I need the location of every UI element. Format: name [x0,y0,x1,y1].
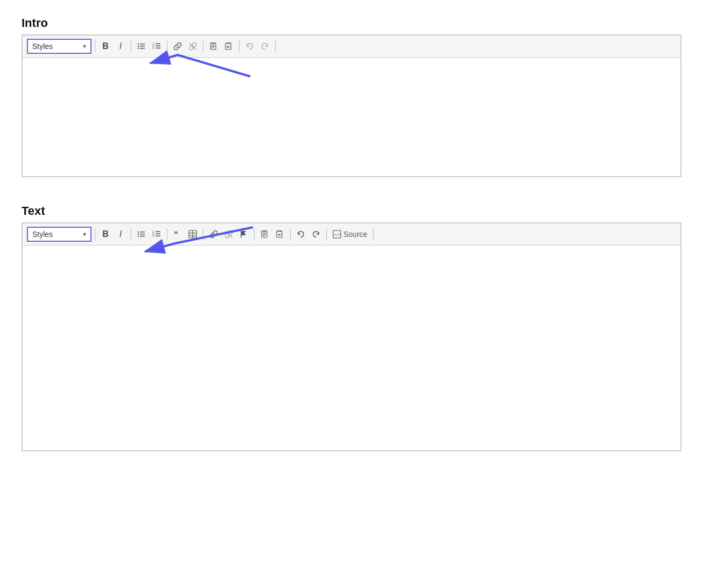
text-paste-text-icon [261,230,269,239]
svg-rect-44 [263,234,266,235]
svg-rect-25 [140,236,145,237]
svg-rect-10 [156,46,160,47]
blockquote-icon: ❝ [173,230,182,239]
text-ordered-list-button[interactable]: 1. 2. 3. [150,227,164,241]
text-styles-dropdown[interactable]: Styles ▾ [27,227,92,242]
svg-rect-0 [140,44,145,45]
redo-icon [261,42,269,51]
intro-label: Intro [22,16,681,30]
text-unlink-icon [224,230,233,239]
svg-rect-33 [156,234,160,235]
flag-icon [240,230,248,239]
text-redo-icon [312,230,320,239]
svg-point-4 [138,46,139,47]
text-blockquote-button[interactable]: ❝ [171,227,185,241]
intro-divider-3 [167,40,167,52]
text-divider-3 [167,228,167,240]
text-link-icon [209,230,218,239]
text-bold-button[interactable]: B [99,227,113,241]
intro-paste-text-button[interactable] [207,39,221,53]
text-unlink-button[interactable] [222,227,236,241]
paste-word-icon: W [224,42,233,51]
svg-rect-43 [263,233,266,233]
svg-text:W: W [227,45,230,48]
source-icon: </> [333,230,341,239]
intro-bold-button[interactable]: B [99,39,113,53]
intro-section: Intro Styles ▾ B I [22,16,681,177]
undo-icon [245,42,254,51]
intro-redo-button[interactable] [258,39,272,53]
text-divider-4 [203,228,203,240]
intro-ordered-list-button[interactable]: 1. 2. 3. [150,39,164,53]
intro-divider-5 [239,40,240,52]
svg-rect-16 [212,46,215,47]
text-divider-2 [131,228,131,240]
intro-divider-1 [95,40,95,52]
intro-styles-label: Styles [32,42,83,51]
svg-rect-1 [140,46,145,47]
source-label: Source [343,230,367,239]
ordered-list-icon: 1. 2. 3. [152,42,161,51]
text-unordered-list-button[interactable] [135,227,149,241]
text-styles-arrow-icon: ▾ [83,230,86,238]
text-undo-icon [297,230,305,239]
svg-rect-2 [140,48,145,49]
svg-rect-24 [140,234,145,235]
intro-divider-2 [131,40,131,52]
svg-rect-11 [156,48,160,49]
unlink-icon [188,42,197,51]
svg-point-3 [138,44,139,45]
text-section: Text Styles ▾ B I [22,204,681,451]
svg-rect-9 [156,44,160,45]
text-unordered-list-icon [137,230,146,239]
svg-rect-45 [263,235,265,236]
intro-undo-button[interactable] [243,39,257,53]
svg-rect-17 [212,47,214,48]
text-divider-1 [95,228,95,240]
text-undo-button[interactable] [294,227,308,241]
text-paste-word-icon: W [276,230,284,239]
intro-unordered-list-button[interactable] [135,39,149,53]
svg-point-27 [138,234,139,235]
svg-point-28 [138,236,139,237]
text-paste-word-button[interactable]: W [273,227,287,241]
table-icon [188,230,197,239]
intro-content-area[interactable] [23,58,680,176]
svg-rect-15 [212,45,215,45]
intro-unlink-button[interactable] [186,39,200,53]
svg-text:W: W [278,233,281,236]
text-content-area[interactable] [23,246,680,450]
svg-text:3.: 3. [152,234,154,237]
svg-text:❝: ❝ [174,230,178,238]
svg-text:</>: </> [334,233,341,237]
link-icon [173,42,182,51]
paste-text-icon [209,42,218,51]
intro-divider-6 [275,40,276,52]
text-italic-button[interactable]: I [114,227,128,241]
svg-point-26 [138,232,139,233]
text-editor: Styles ▾ B I [22,222,681,451]
svg-rect-34 [156,236,160,237]
text-source-button[interactable]: </> Source [330,227,370,241]
text-table-button[interactable] [186,227,200,241]
svg-text:3.: 3. [152,46,154,50]
intro-paste-word-button[interactable]: W [222,39,236,53]
intro-editor: Styles ▾ B I [22,34,681,177]
text-divider-6 [290,228,291,240]
intro-styles-dropdown[interactable]: Styles ▾ [27,39,92,54]
text-redo-button[interactable] [309,227,323,241]
intro-link-button[interactable] [171,39,185,53]
svg-rect-23 [140,232,145,233]
intro-italic-button[interactable]: I [114,39,128,53]
text-styles-label: Styles [32,230,83,239]
text-paste-text-button[interactable] [258,227,272,241]
unordered-list-icon [137,42,146,51]
text-flag-button[interactable] [237,227,251,241]
text-divider-7 [326,228,327,240]
text-toolbar: Styles ▾ B I [23,223,680,246]
intro-toolbar: Styles ▾ B I [23,36,680,58]
text-link-button[interactable] [207,227,221,241]
text-divider-5 [254,228,255,240]
intro-styles-arrow-icon: ▾ [83,43,86,50]
text-label: Text [22,204,681,218]
